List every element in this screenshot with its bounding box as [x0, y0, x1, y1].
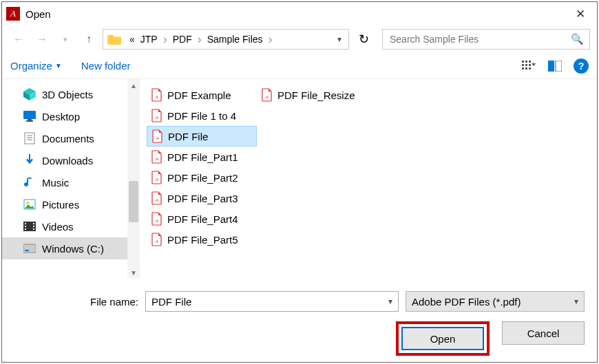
scroll-down-icon[interactable]: ▼ — [127, 266, 140, 279]
recent-dropdown[interactable]: ▾ — [56, 30, 75, 49]
arrow-up-icon: ↑ — [86, 33, 92, 45]
file-item[interactable]: APDF File_Part1 — [147, 147, 257, 167]
chevron-down-icon: ▾ — [63, 35, 67, 44]
sidebar-item-videos[interactable]: Videos — [2, 215, 140, 237]
open-button[interactable]: Open — [401, 327, 484, 350]
svg-text:A: A — [265, 95, 269, 99]
svg-rect-0 — [522, 61, 524, 63]
file-label: PDF File 1 to 4 — [167, 110, 236, 122]
up-button[interactable]: ↑ — [79, 30, 98, 49]
pdf-icon: A — [151, 233, 163, 246]
file-label: PDF File_Part5 — [167, 234, 238, 246]
new-folder-button[interactable]: New folder — [81, 60, 131, 72]
file-label: PDF File_Part2 — [167, 172, 238, 184]
file-item[interactable]: APDF File_Part2 — [147, 167, 257, 188]
search-box[interactable]: 🔍 — [382, 29, 590, 50]
filetype-filter[interactable]: Adobe PDF Files (*.pdf) ▾ — [406, 291, 585, 312]
cancel-button[interactable]: Cancel — [502, 321, 585, 345]
sidebar-item-windows-c-[interactable]: Windows (C:) — [2, 237, 140, 259]
preview-pane-button[interactable] — [547, 58, 563, 74]
sidebar-item-downloads[interactable]: Downloads — [2, 149, 140, 171]
file-label: PDF File_Resize — [277, 89, 355, 101]
close-button[interactable]: ✕ — [564, 2, 597, 25]
pdf-icon: A — [151, 129, 164, 143]
sidebar: 3D ObjectsDesktopDocumentsDownloadsMusic… — [2, 79, 140, 279]
search-input[interactable] — [388, 33, 571, 45]
chevron-down-icon[interactable]: ▾ — [574, 297, 578, 306]
refresh-icon: ↻ — [359, 32, 369, 47]
svg-rect-11 — [23, 111, 36, 119]
download-icon — [23, 153, 36, 167]
svg-rect-21 — [25, 223, 26, 224]
view-icon — [522, 61, 536, 72]
svg-text:A: A — [155, 239, 158, 244]
organize-label: Organize — [10, 60, 52, 72]
filename-label: File name: — [90, 296, 138, 308]
svg-rect-6 — [522, 67, 524, 69]
file-item[interactable]: APDF Example — [147, 85, 257, 105]
chevron-right-icon: › — [195, 32, 204, 47]
breadcrumb[interactable]: « JTP › PDF › Sample Files › ▾ — [103, 29, 349, 50]
file-item[interactable]: APDF File 1 to 4 — [147, 105, 257, 126]
sidebar-item-pictures[interactable]: Pictures — [2, 193, 140, 215]
sidebar-item-label: Windows (C:) — [42, 243, 104, 255]
file-item[interactable]: APDF File_Resize — [257, 85, 367, 105]
sidebar-scrollbar[interactable]: ▲ ▼ — [127, 79, 140, 279]
back-button[interactable]: ← — [9, 30, 28, 49]
new-folder-label: New folder — [81, 60, 131, 72]
footer: File name: PDF File ▾ Adobe PDF Files (*… — [2, 279, 597, 364]
svg-rect-24 — [33, 223, 34, 224]
pdf-icon: A — [151, 212, 163, 226]
preview-icon — [548, 61, 562, 72]
svg-rect-27 — [23, 244, 36, 253]
scroll-up-icon[interactable]: ▲ — [127, 79, 140, 92]
file-list: APDF ExampleAPDF File 1 to 4APDF FileAPD… — [140, 79, 597, 258]
filename-input[interactable]: PDF File ▾ — [145, 291, 399, 312]
svg-rect-22 — [25, 226, 26, 227]
help-button[interactable]: ? — [574, 58, 589, 74]
svg-rect-26 — [33, 228, 34, 230]
sidebar-item-desktop[interactable]: Desktop — [2, 105, 140, 127]
svg-text:A: A — [155, 95, 158, 99]
organize-menu[interactable]: Organize ▼ — [10, 60, 62, 72]
breadcrumb-seg-1[interactable]: PDF — [170, 34, 195, 45]
svg-rect-10 — [556, 61, 562, 72]
open-highlight: Open — [396, 321, 490, 356]
file-item[interactable]: APDF File_Part4 — [147, 208, 257, 229]
breadcrumb-dropdown[interactable]: ▾ — [335, 34, 344, 44]
scroll-thumb[interactable] — [129, 181, 138, 222]
svg-rect-12 — [28, 119, 32, 120]
svg-text:A: A — [155, 178, 158, 182]
file-item[interactable]: APDF File_Part3 — [147, 188, 257, 208]
arrow-right-icon: → — [36, 33, 48, 45]
app-icon: A — [6, 7, 20, 21]
sidebar-item-documents[interactable]: Documents — [2, 127, 140, 149]
svg-text:A: A — [155, 116, 158, 120]
breadcrumb-seg-2[interactable]: Sample Files — [204, 34, 266, 45]
chevron-down-icon: ▼ — [55, 62, 62, 69]
videos-icon — [23, 220, 36, 233]
svg-rect-1 — [525, 61, 527, 63]
window-title: Open — [25, 8, 51, 20]
chevron-right-icon: › — [266, 32, 275, 47]
sidebar-item-label: Documents — [42, 133, 94, 144]
sidebar-item-music[interactable]: Music — [2, 171, 140, 193]
refresh-button[interactable]: ↻ — [353, 29, 374, 50]
pdf-icon: A — [151, 88, 163, 102]
breadcrumb-prefix: « — [127, 34, 138, 45]
file-item[interactable]: APDF File — [147, 126, 257, 147]
breadcrumb-seg-0[interactable]: JTP — [138, 34, 160, 45]
svg-rect-23 — [25, 228, 26, 230]
forward-button[interactable]: → — [32, 30, 52, 49]
file-label: PDF File_Part3 — [167, 193, 238, 204]
open-dialog: A Open ✕ ← → ▾ ↑ « JTP › PDF › Sample Fi… — [1, 1, 598, 363]
desktop-icon — [23, 109, 36, 123]
file-item[interactable]: APDF File_Part5 — [147, 229, 257, 250]
chevron-down-icon[interactable]: ▾ — [388, 297, 392, 306]
sidebar-item-3d-objects[interactable]: 3D Objects — [2, 83, 140, 105]
filter-value: Adobe PDF Files (*.pdf) — [412, 296, 521, 308]
pdf-icon: A — [261, 88, 273, 102]
svg-rect-5 — [529, 64, 531, 66]
view-menu[interactable] — [521, 58, 536, 74]
svg-rect-2 — [529, 61, 531, 63]
